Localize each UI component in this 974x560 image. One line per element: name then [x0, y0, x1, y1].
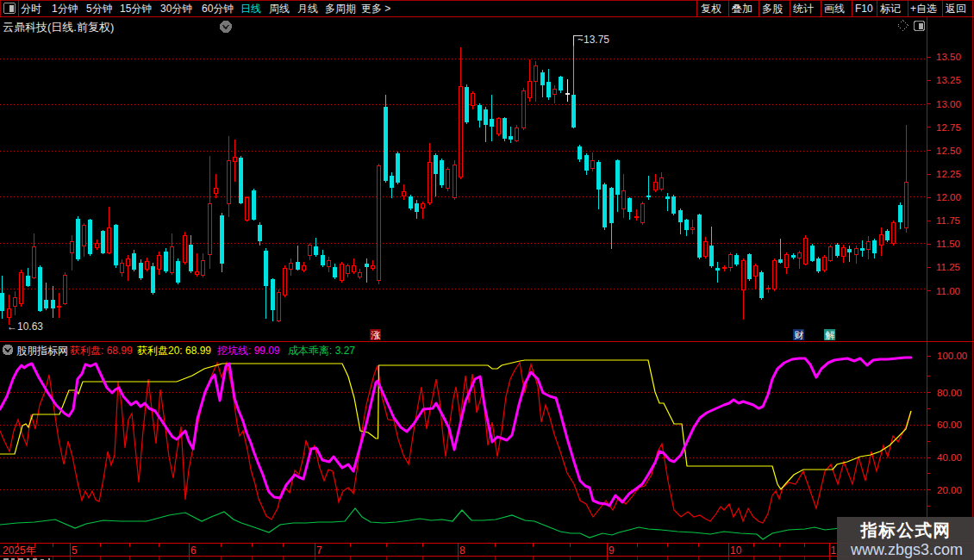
- svg-text:画线: 画线: [824, 3, 845, 15]
- svg-text:9: 9: [609, 544, 615, 557]
- svg-text:11.50: 11.50: [936, 239, 960, 249]
- svg-text:F10: F10: [855, 3, 873, 15]
- svg-text:100.00: 100.00: [937, 351, 967, 361]
- svg-text:5分钟: 5分钟: [86, 3, 113, 15]
- svg-text:复权: 复权: [701, 3, 721, 15]
- svg-text:←10.63: ←10.63: [7, 320, 43, 333]
- svg-text:15分钟: 15分钟: [120, 3, 152, 15]
- svg-text:6: 6: [190, 544, 197, 557]
- svg-text:1分钟: 1分钟: [52, 3, 78, 15]
- svg-text:60分钟: 60分钟: [202, 3, 234, 15]
- svg-text:8: 8: [459, 544, 465, 557]
- svg-text:多股: 多股: [762, 3, 783, 15]
- svg-text:获利盘20: 68.99: 获利盘20: 68.99: [137, 345, 211, 357]
- svg-text:统计: 统计: [793, 3, 814, 15]
- svg-text:涨: 涨: [371, 330, 381, 340]
- svg-text:1: 1: [831, 544, 837, 557]
- svg-text:周线: 周线: [269, 3, 290, 15]
- svg-text:12.00: 12.00: [936, 192, 961, 202]
- svg-text:返回: 返回: [946, 3, 966, 15]
- svg-text:叠加: 叠加: [732, 3, 752, 15]
- svg-text:12.50: 12.50: [936, 146, 961, 156]
- svg-text:11.25: 11.25: [936, 262, 960, 272]
- svg-text:13.25: 13.25: [936, 75, 961, 85]
- svg-text:成本乖离: 3.27: 成本乖离: 3.27: [288, 345, 355, 357]
- svg-text:挖坑线: 99.09: 挖坑线: 99.09: [217, 345, 280, 357]
- svg-text:10: 10: [730, 544, 742, 557]
- svg-text:60.00: 60.00: [937, 420, 962, 430]
- svg-text:分时: 分时: [21, 3, 41, 15]
- svg-text:标记: 标记: [880, 3, 901, 15]
- svg-text:30分钟: 30分钟: [160, 3, 192, 15]
- svg-text:财: 财: [795, 330, 804, 340]
- svg-text:12.75: 12.75: [936, 122, 961, 133]
- svg-text:20.00: 20.00: [937, 485, 962, 495]
- svg-text:12.25: 12.25: [936, 169, 961, 179]
- svg-text:13.00: 13.00: [936, 99, 961, 109]
- svg-text:2025年: 2025年: [3, 544, 36, 557]
- svg-text:获利盘: 68.99: 获利盘: 68.99: [70, 345, 133, 357]
- svg-text:80.00: 80.00: [937, 388, 962, 398]
- svg-text:+自选: +自选: [910, 3, 937, 15]
- svg-text:多周期: 多周期: [325, 3, 356, 15]
- svg-text:13.50: 13.50: [936, 52, 961, 62]
- svg-text:指标公式网: 指标公式网: [860, 520, 952, 539]
- svg-text:~13.75: ~13.75: [578, 34, 609, 46]
- svg-text:更多 >: 更多 >: [361, 3, 390, 15]
- svg-text:月线: 月线: [297, 3, 318, 15]
- svg-text:股朋指标网: 股朋指标网: [16, 345, 68, 357]
- svg-text:40.00: 40.00: [937, 452, 962, 463]
- svg-text:云鼎科技(日线.前复权): 云鼎科技(日线.前复权): [3, 21, 114, 34]
- svg-text:解: 解: [826, 330, 835, 340]
- svg-text:11.00: 11.00: [936, 286, 960, 296]
- svg-text:7: 7: [316, 544, 322, 557]
- svg-text:11.75: 11.75: [936, 215, 960, 226]
- svg-text:日线: 日线: [240, 3, 261, 15]
- svg-text:www.zbgs3.com: www.zbgs3.com: [850, 541, 963, 558]
- svg-text:5: 5: [72, 544, 78, 557]
